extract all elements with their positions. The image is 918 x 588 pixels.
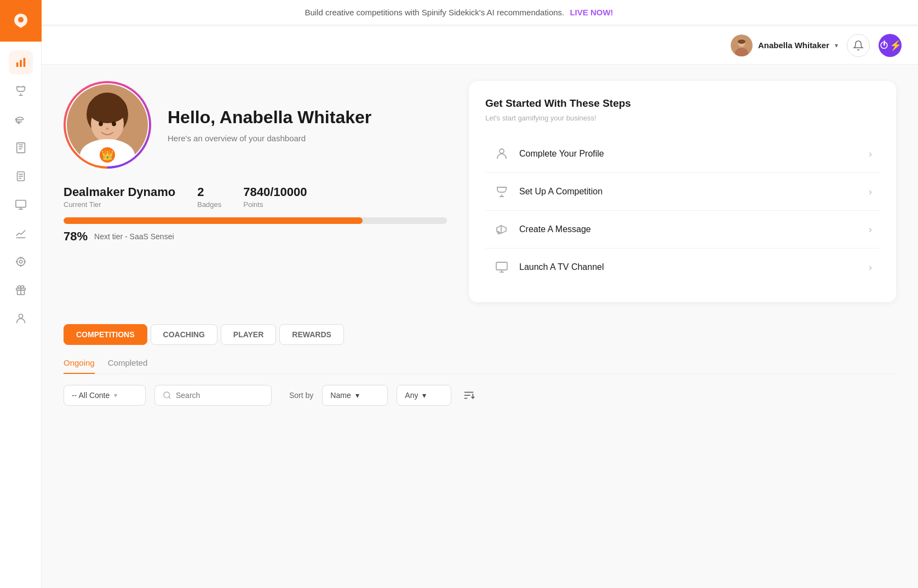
main-content: 👑 Hello, Anabella Whitaker Here's an ove… bbox=[42, 65, 918, 588]
sort-any-arrow: ▾ bbox=[422, 391, 426, 400]
sidebar-item-page[interactable] bbox=[9, 164, 33, 188]
svg-rect-3 bbox=[16, 143, 25, 153]
header: Anabella Whitaker ▾ ⚡ bbox=[42, 26, 918, 65]
stat-tier: Dealmaker Dynamo Current Tier bbox=[64, 185, 175, 209]
sort-order-icon[interactable] bbox=[460, 387, 478, 404]
profile-subtitle: Here's an overview of your dashboard bbox=[168, 134, 371, 143]
svg-rect-41 bbox=[496, 262, 507, 270]
sidebar-item-report[interactable] bbox=[9, 136, 33, 160]
tab-coaching[interactable]: COACHING bbox=[151, 324, 217, 345]
page-icon bbox=[15, 170, 27, 182]
step-monitor-icon bbox=[493, 258, 510, 276]
analytics-icon bbox=[15, 227, 27, 239]
svg-rect-1 bbox=[20, 60, 22, 67]
search-icon bbox=[163, 391, 171, 400]
tab-player[interactable]: PLAYER bbox=[221, 324, 277, 345]
report-icon bbox=[15, 142, 27, 154]
profile-stats: Dealmaker Dynamo Current Tier 2 Badges 7… bbox=[64, 185, 447, 209]
tier-name: Dealmaker Dynamo bbox=[64, 185, 175, 199]
next-tier-label: Next tier - SaaS Sensei bbox=[94, 232, 174, 241]
main-tabs: COMPETITIONS COACHING PLAYER REWARDS bbox=[64, 324, 896, 345]
steps-card: Get Started With These Steps Let's start… bbox=[469, 81, 896, 302]
tabs-section: COMPETITIONS COACHING PLAYER REWARDS Ong… bbox=[64, 324, 896, 406]
subtab-ongoing[interactable]: Ongoing bbox=[64, 358, 95, 374]
tier-label: Current Tier bbox=[64, 200, 175, 209]
svg-point-15 bbox=[16, 258, 25, 266]
profile-top: 👑 Hello, Anabella Whitaker Here's an ove… bbox=[64, 81, 447, 169]
sidebar-item-monitor[interactable] bbox=[9, 193, 33, 217]
header-user[interactable]: Anabella Whitaker ▾ bbox=[731, 34, 838, 56]
step-item-profile[interactable]: Complete Your Profile › bbox=[485, 135, 880, 173]
bell-icon bbox=[853, 40, 864, 51]
live-link[interactable]: LIVE NOW! bbox=[570, 8, 613, 17]
sort-arrow: ▾ bbox=[355, 391, 359, 400]
sort-name-label: Name bbox=[330, 391, 351, 400]
profile-info: Hello, Anabella Whitaker Here's an overv… bbox=[168, 107, 371, 142]
svg-point-28 bbox=[738, 39, 745, 44]
content-filter-select[interactable]: -- All Conte ▾ bbox=[64, 385, 146, 406]
search-input[interactable] bbox=[176, 391, 263, 400]
subtab-completed[interactable]: Completed bbox=[108, 358, 148, 374]
sidebar-item-megaphone[interactable] bbox=[9, 107, 33, 131]
svg-point-36 bbox=[99, 122, 103, 126]
step-label-competition: Set Up A Competition bbox=[519, 187, 860, 197]
step-label-message: Create A Message bbox=[519, 224, 860, 234]
sidebar-item-dashboard[interactable] bbox=[9, 50, 33, 74]
top-banner: Build creative competitions with Spinify… bbox=[0, 0, 918, 25]
points-value: 7840/10000 bbox=[243, 185, 307, 199]
avatar bbox=[731, 34, 753, 56]
sub-tabs: Ongoing Completed bbox=[64, 358, 896, 374]
step-item-competition[interactable]: Set Up A Competition › bbox=[485, 173, 880, 211]
sidebar bbox=[0, 0, 42, 588]
power-icon bbox=[879, 40, 890, 51]
search-box bbox=[154, 385, 272, 406]
step-trophy-icon bbox=[493, 183, 510, 200]
points-label: Points bbox=[243, 200, 307, 209]
monitor-icon bbox=[15, 199, 27, 211]
svg-point-39 bbox=[500, 149, 504, 153]
gift-icon bbox=[15, 284, 27, 296]
sidebar-item-trophy[interactable] bbox=[9, 79, 33, 103]
power-button[interactable]: ⚡ bbox=[879, 34, 902, 57]
progress-bar-container bbox=[64, 217, 447, 224]
sidebar-item-eye-target[interactable] bbox=[9, 250, 33, 274]
stat-points: 7840/10000 Points bbox=[243, 185, 307, 209]
steps-title: Get Started With These Steps bbox=[485, 97, 880, 109]
tab-competitions[interactable]: COMPETITIONS bbox=[64, 324, 147, 345]
eye-target-icon bbox=[15, 256, 27, 268]
sort-name-select[interactable]: Name ▾ bbox=[322, 385, 388, 406]
tab-rewards[interactable]: REWARDS bbox=[279, 324, 344, 345]
svg-point-33 bbox=[88, 95, 127, 123]
sort-any-select[interactable]: Any ▾ bbox=[397, 385, 451, 406]
sidebar-logo[interactable] bbox=[0, 0, 42, 42]
sidebar-item-analytics[interactable] bbox=[9, 221, 33, 245]
step-item-tv[interactable]: Launch A TV Channel › bbox=[485, 249, 880, 286]
trophy-icon bbox=[15, 85, 27, 97]
badges-count: 2 bbox=[197, 185, 221, 199]
sidebar-navigation bbox=[0, 42, 41, 339]
steps-subtitle: Let's start gamifying your business! bbox=[485, 114, 880, 122]
progress-bar-fill bbox=[64, 217, 363, 224]
progress-pct: 78% bbox=[64, 229, 88, 244]
banner-text: Build creative competitions with Spinify… bbox=[305, 8, 564, 17]
sort-any-label: Any bbox=[405, 391, 418, 400]
svg-rect-2 bbox=[23, 58, 25, 67]
progress-info: 78% Next tier - SaaS Sensei bbox=[64, 229, 447, 244]
notification-button[interactable] bbox=[847, 34, 870, 57]
user-avatar-img bbox=[731, 34, 753, 56]
stat-badges: 2 Badges bbox=[197, 185, 221, 209]
sidebar-item-gift[interactable] bbox=[9, 278, 33, 302]
content-filter-label: -- All Conte bbox=[72, 391, 110, 400]
megaphone-icon bbox=[15, 113, 27, 125]
step-person-icon bbox=[493, 145, 510, 163]
step-arrow-tv: › bbox=[869, 262, 872, 273]
sidebar-item-person[interactable] bbox=[9, 307, 33, 331]
step-item-message[interactable]: Create A Message › bbox=[485, 211, 880, 249]
content-filter-arrow: ▾ bbox=[114, 391, 117, 399]
sort-by-label: Sort by bbox=[289, 391, 313, 400]
step-megaphone-icon bbox=[493, 221, 510, 238]
svg-rect-11 bbox=[15, 200, 25, 207]
logo-icon bbox=[10, 10, 31, 31]
filter-row: -- All Conte ▾ Sort by Name ▾ Any ▾ bbox=[64, 385, 896, 406]
svg-line-45 bbox=[169, 397, 170, 399]
